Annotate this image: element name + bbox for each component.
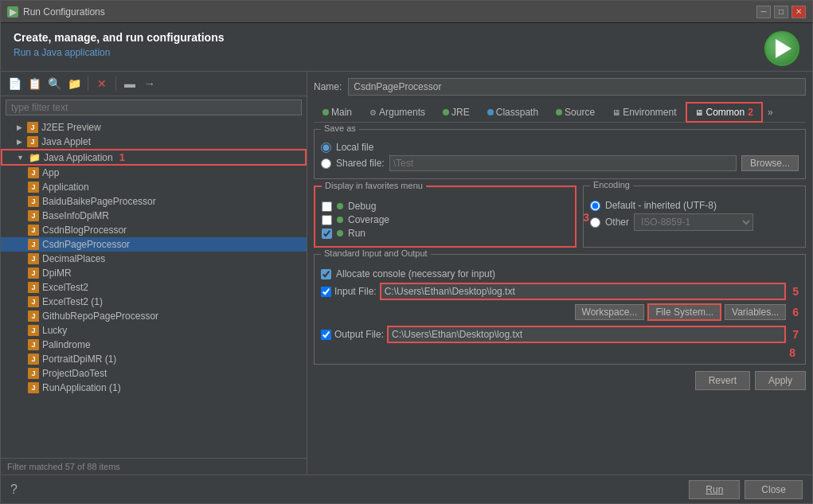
tree-item-excel2[interactable]: J ExcelTest2 (1) — [1, 295, 307, 309]
tabs-more-button[interactable]: » — [763, 105, 778, 119]
local-file-radio[interactable] — [321, 143, 331, 153]
tree-item-csdnpage[interactable]: J CsdnPageProcessor — [1, 237, 307, 252]
coverage-checkbox[interactable] — [322, 215, 332, 225]
input-file-label: Input File: — [334, 286, 377, 297]
output-file-label: Output File: — [334, 329, 384, 340]
new-config-button[interactable]: 📄 — [6, 75, 23, 92]
standard-io-section: Standard Input and Output Allocate conso… — [314, 254, 806, 365]
run-checkbox[interactable] — [322, 229, 332, 239]
debug-label: Debug — [348, 201, 376, 212]
help-icon[interactable]: ? — [10, 483, 18, 497]
header-link[interactable]: Run a Java application — [14, 47, 110, 58]
tab-main[interactable]: Main — [314, 103, 361, 121]
tab-arguments[interactable]: ⚙ Arguments — [361, 103, 434, 121]
export-config-button[interactable]: 📁 — [65, 75, 83, 92]
tree-item-github[interactable]: J GithubRepoPageProcessor — [1, 309, 307, 323]
tab-classpath-label: Classpath — [496, 107, 538, 118]
debug-checkbox[interactable] — [322, 201, 332, 212]
source-tab-icon — [556, 109, 562, 115]
input-file-checkbox[interactable] — [321, 287, 331, 297]
output-file-checkbox[interactable] — [321, 330, 331, 340]
tree-item-baseinfo[interactable]: J BaseInfoDpiMR — [1, 209, 307, 223]
tab-source[interactable]: Source — [547, 103, 604, 121]
app-icon: ▶ — [7, 6, 18, 18]
main-tab-icon — [322, 109, 329, 115]
apply-button[interactable]: Apply — [755, 371, 806, 390]
tree-item-applet[interactable]: ▶ J Java Applet — [1, 135, 307, 149]
annotation-5: 5 — [792, 285, 799, 298]
tree-item-baidu[interactable]: J BaiduBaikePageProcessor — [1, 194, 307, 209]
tree-label-projectdao: ProjectDaoTest — [42, 368, 107, 379]
run-dot-icon — [337, 230, 343, 236]
tree-label-palindrome: Palindrome — [42, 339, 91, 350]
collapse-button[interactable]: ▬ — [121, 75, 139, 92]
browse-button[interactable]: Browse... — [741, 155, 799, 171]
tab-classpath[interactable]: Classpath — [479, 103, 547, 121]
default-encoding-radio[interactable] — [590, 201, 600, 211]
footer: ? Run Close — [1, 475, 812, 503]
tab-jre[interactable]: JRE — [434, 103, 479, 121]
other-encoding-label: Other — [605, 217, 629, 228]
shared-file-radio[interactable] — [321, 158, 331, 169]
variables-button[interactable]: Variables... — [725, 304, 786, 320]
output-file-input[interactable] — [387, 326, 786, 343]
tab-common[interactable]: 🖥 Common 2 — [686, 102, 763, 123]
tree-item-palindrome[interactable]: J Palindrome — [1, 338, 307, 352]
tree-label-lucky: Lucky — [42, 325, 67, 336]
tree-item-excel[interactable]: J ExcelTest2 — [1, 280, 307, 295]
tree-item-csdnblog[interactable]: J CsdnBlogProcessor — [1, 223, 307, 237]
tree-label-csdnpage: CsdnPageProcessor — [42, 239, 130, 250]
run-button[interactable]: Run — [689, 480, 740, 499]
tree-item-lucky[interactable]: J Lucky — [1, 323, 307, 338]
tree-item-decimal[interactable]: J DecimalPlaces — [1, 252, 307, 266]
tree-label-app: App — [42, 167, 59, 178]
filesystem-button[interactable]: File System... — [647, 303, 721, 321]
tree-item-projectdao[interactable]: J ProjectDaoTest — [1, 366, 307, 381]
tab-environment[interactable]: 🖥 Environment — [604, 103, 685, 121]
tree-item-application[interactable]: J Application — [1, 180, 307, 194]
save-as-section: Save as Local file Shared file: Browse..… — [314, 129, 806, 179]
encoding-title: Encoding — [590, 180, 633, 189]
input-file-input[interactable] — [380, 283, 787, 300]
tree-item-j2ee[interactable]: ▶ J J2EE Preview — [1, 120, 307, 135]
close-window-button[interactable]: ✕ — [792, 6, 806, 18]
other-encoding-select[interactable]: ISO-8859-1 — [634, 213, 753, 231]
delete-config-button[interactable]: ✕ — [93, 75, 111, 92]
local-file-radio-row: Local file — [321, 142, 799, 153]
annotation-1: 1 — [119, 151, 125, 163]
name-input[interactable] — [348, 78, 806, 96]
input-file-buttons: Workspace... File System... Variables...… — [321, 303, 799, 321]
footer-buttons: Run Close — [689, 480, 803, 499]
tree-label-excel: ExcelTest2 — [42, 282, 88, 293]
search-config-button[interactable]: 🔍 — [45, 75, 63, 92]
tree-item-dpimr[interactable]: J DpiMR — [1, 266, 307, 280]
shared-file-input[interactable] — [389, 155, 737, 171]
projectdao-j-icon: J — [28, 368, 39, 379]
tree-item-portrait[interactable]: J PortraitDpiMR (1) — [1, 352, 307, 366]
revert-button[interactable]: Revert — [695, 371, 750, 390]
tab-environment-label: Environment — [623, 107, 676, 118]
copy-config-button[interactable]: 📋 — [25, 75, 43, 92]
maximize-button[interactable]: □ — [774, 6, 788, 18]
filter-status: Filter matched 57 of 88 items — [1, 458, 307, 475]
other-encoding-radio[interactable] — [590, 217, 600, 228]
run-configurations-window: ▶ Run Configurations ─ □ ✕ Create, manag… — [0, 0, 813, 504]
two-col-section: Display in favorites menu Debug Coverage — [314, 186, 806, 248]
tree-item-app[interactable]: J App — [1, 166, 307, 180]
tree-item-java-app[interactable]: ▼ 📁 Java Application 1 — [1, 149, 307, 166]
tree-item-runapp[interactable]: J RunApplication (1) — [1, 381, 307, 395]
run-config-icon — [764, 31, 799, 66]
encoding-section: Encoding Default - inherited (UTF-8) Oth… — [583, 186, 806, 248]
tree-label-j2ee: J2EE Preview — [41, 122, 101, 133]
applet-icon: J — [27, 136, 38, 147]
expand-button[interactable]: → — [141, 75, 158, 92]
header: Create, manage, and run configurations R… — [1, 23, 812, 72]
title-bar-left: ▶ Run Configurations — [7, 6, 105, 18]
palindrome-j-icon: J — [28, 339, 39, 350]
allocate-console-checkbox[interactable] — [321, 269, 331, 279]
close-button[interactable]: Close — [745, 480, 803, 499]
minimize-button[interactable]: ─ — [756, 6, 771, 18]
workspace-button[interactable]: Workspace... — [575, 304, 645, 320]
tree-label-runapp: RunApplication (1) — [42, 382, 121, 393]
filter-input[interactable] — [6, 100, 302, 115]
